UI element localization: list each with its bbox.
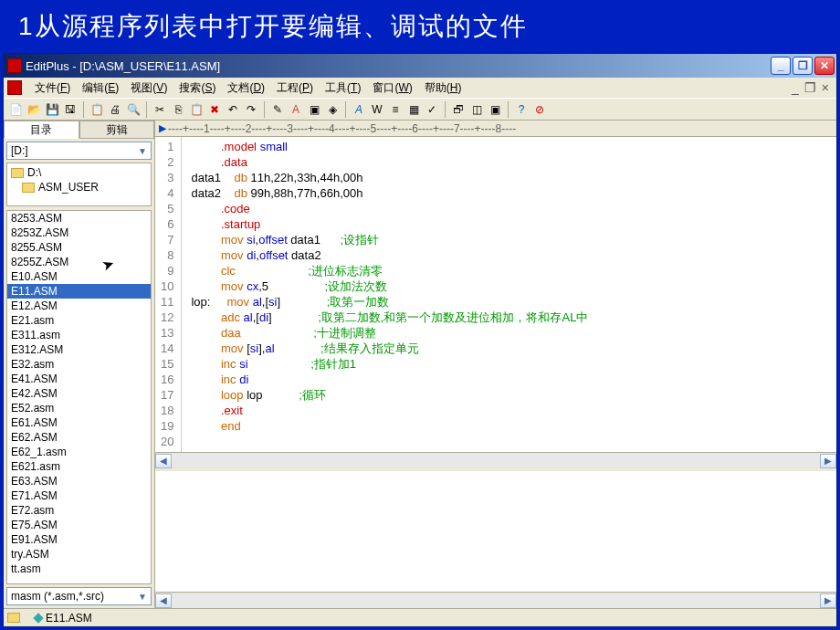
- file-item[interactable]: E21.asm: [7, 313, 151, 328]
- menu-f[interactable]: 文件(F): [30, 79, 75, 98]
- folder-icon: [11, 168, 24, 178]
- toolbar: 📄 📂 💾 🖫 📋 🖨 🔍 ✂ ⎘ 📋 ✖ ↶ ↷ ✎ A ▣ ◈ A W ≡ …: [4, 98, 836, 121]
- spell-icon[interactable]: ✓: [424, 101, 440, 118]
- mdi-restore-button[interactable]: ❐: [804, 80, 816, 95]
- tab-directory[interactable]: 目录: [4, 121, 79, 139]
- code-content[interactable]: .model small .datadata1 db 11h,22h,33h,4…: [182, 137, 836, 452]
- folder-icon: [22, 183, 35, 193]
- menu-p[interactable]: 工程(P): [272, 79, 318, 98]
- code-editor[interactable]: 1234567891011121314151617181920 .model s…: [155, 137, 836, 452]
- file-item[interactable]: E311.asm: [7, 328, 151, 342]
- dir-root[interactable]: D:\: [9, 165, 149, 180]
- file-item[interactable]: 8253Z.ASM: [7, 226, 151, 240]
- copy-icon[interactable]: 📋: [89, 101, 105, 118]
- file-item[interactable]: E63.ASM: [7, 474, 151, 488]
- file-item[interactable]: E62_1.asm: [7, 445, 151, 459]
- goto-icon[interactable]: ▣: [306, 101, 322, 118]
- menu-t[interactable]: 工具(T): [320, 79, 365, 98]
- redo-icon[interactable]: ↷: [243, 101, 259, 118]
- close-button[interactable]: ✕: [814, 57, 835, 75]
- ruler: ▶ ----+----1----+----2----+----3----+---…: [155, 121, 836, 137]
- output-hscroll[interactable]: ◀ ▶: [155, 592, 836, 608]
- open-file-icon[interactable]: 📂: [26, 101, 42, 118]
- sidebar: 目录 剪辑 [D:] ▼ D:\ ASM_USER 8253.ASM8253Z.…: [4, 121, 155, 608]
- slide-title: 1从源程序列表中打开要编辑、调试的文件: [0, 0, 840, 51]
- save-icon[interactable]: 💾: [44, 101, 60, 118]
- file-item[interactable]: 8253.ASM: [7, 211, 151, 226]
- print-icon[interactable]: 🖨: [107, 101, 123, 118]
- scroll-left-button[interactable]: ◀: [155, 593, 172, 608]
- paste-icon[interactable]: 📋: [188, 101, 205, 118]
- fullscreen-icon[interactable]: ▣: [487, 101, 503, 118]
- copy2-icon[interactable]: ⎘: [170, 101, 186, 118]
- help-icon[interactable]: ?: [513, 101, 530, 118]
- file-item[interactable]: E42.ASM: [7, 386, 151, 401]
- file-item[interactable]: E11.ASM: [7, 284, 151, 299]
- scroll-track[interactable]: [172, 454, 820, 468]
- menu-w[interactable]: 窗口(W): [368, 79, 416, 98]
- menu-d[interactable]: 文档(D): [223, 79, 269, 98]
- browser-icon[interactable]: 🗗: [450, 101, 467, 118]
- dir-folder[interactable]: ASM_USER: [9, 180, 149, 194]
- menu-h[interactable]: 帮助(H): [420, 79, 467, 98]
- file-item[interactable]: 8255Z.ASM: [7, 255, 151, 269]
- delete-icon[interactable]: ✖: [206, 101, 223, 118]
- wordwrap-icon[interactable]: W: [369, 101, 385, 118]
- file-item[interactable]: E72.asm: [7, 503, 151, 518]
- replace-icon[interactable]: A: [288, 101, 304, 118]
- file-item[interactable]: E10.ASM: [7, 269, 151, 284]
- bookmark-icon[interactable]: ◈: [324, 101, 341, 118]
- scroll-right-button[interactable]: ▶: [820, 454, 836, 468]
- menubar: 文件(F)编辑(E)视图(V)搜索(S)文档(D)工程(P)工具(T)窗口(W)…: [4, 78, 836, 98]
- file-item[interactable]: E312.ASM: [7, 342, 151, 357]
- drive-label: [D:]: [11, 144, 28, 157]
- menu-v[interactable]: 视图(V): [126, 79, 172, 98]
- window-icon[interactable]: ◫: [468, 101, 485, 118]
- file-item[interactable]: E32.asm: [7, 357, 151, 372]
- titlebar-text: EditPlus - [D:\ASM_USER\E11.ASM]: [26, 59, 771, 73]
- scroll-right-button[interactable]: ▶: [820, 593, 836, 608]
- preview-icon[interactable]: 🔍: [125, 101, 142, 118]
- indent-icon[interactable]: ≡: [387, 101, 404, 118]
- new-file-icon[interactable]: 📄: [7, 101, 24, 118]
- mdi-close-button[interactable]: ×: [822, 80, 829, 95]
- scroll-track[interactable]: [172, 593, 820, 608]
- file-item[interactable]: tt.asm: [7, 562, 151, 576]
- undo-icon[interactable]: ↶: [225, 101, 241, 118]
- file-item[interactable]: E52.asm: [7, 401, 151, 415]
- save-all-icon[interactable]: 🖫: [62, 101, 79, 118]
- file-item[interactable]: E621.asm: [7, 459, 151, 474]
- stop-icon[interactable]: ⊘: [531, 101, 548, 118]
- file-item[interactable]: E12.ASM: [7, 299, 151, 313]
- app-window: EditPlus - [D:\ASM_USER\E11.ASM] _ ❐ ✕ 文…: [3, 53, 837, 627]
- drive-selector[interactable]: [D:] ▼: [6, 142, 152, 160]
- file-item[interactable]: E75.ASM: [7, 518, 151, 532]
- file-item[interactable]: E62.ASM: [7, 430, 151, 445]
- filter-selector[interactable]: masm (*.asm,*.src) ▼: [6, 587, 152, 605]
- find-icon[interactable]: ✎: [269, 101, 286, 118]
- scroll-left-button[interactable]: ◀: [155, 454, 172, 468]
- mdi-minimize-button[interactable]: _: [792, 80, 799, 95]
- editor-hscroll[interactable]: ◀ ▶: [155, 452, 836, 468]
- minimize-button[interactable]: _: [771, 57, 791, 75]
- file-item[interactable]: 8255.ASM: [7, 240, 151, 255]
- folder-icon: [7, 613, 20, 623]
- titlebar[interactable]: EditPlus - [D:\ASM_USER\E11.ASM] _ ❐ ✕: [4, 54, 836, 78]
- output-pane[interactable]: [155, 468, 836, 592]
- menu-s[interactable]: 搜索(S): [174, 79, 220, 98]
- file-item[interactable]: try.ASM: [7, 547, 151, 562]
- file-item[interactable]: E61.ASM: [7, 415, 151, 430]
- maximize-button[interactable]: ❐: [793, 57, 813, 75]
- directory-tree[interactable]: D:\ ASM_USER: [6, 163, 152, 206]
- file-item[interactable]: E91.ASM: [7, 532, 151, 547]
- italic-icon[interactable]: A: [351, 101, 367, 118]
- column-icon[interactable]: ▦: [405, 101, 422, 118]
- cut-icon[interactable]: ✂: [152, 101, 168, 118]
- menu-e[interactable]: 编辑(E): [78, 79, 123, 98]
- file-list[interactable]: 8253.ASM8253Z.ASM8255.ASM8255Z.ASME10.AS…: [6, 210, 152, 584]
- tab-cliptext[interactable]: 剪辑: [79, 121, 155, 139]
- file-item[interactable]: E71.ASM: [7, 488, 151, 503]
- file-item[interactable]: E41.ASM: [7, 372, 151, 386]
- editor-area: ▶ ----+----1----+----2----+----3----+---…: [155, 121, 836, 608]
- status-file-tab[interactable]: E11.ASM: [27, 612, 100, 625]
